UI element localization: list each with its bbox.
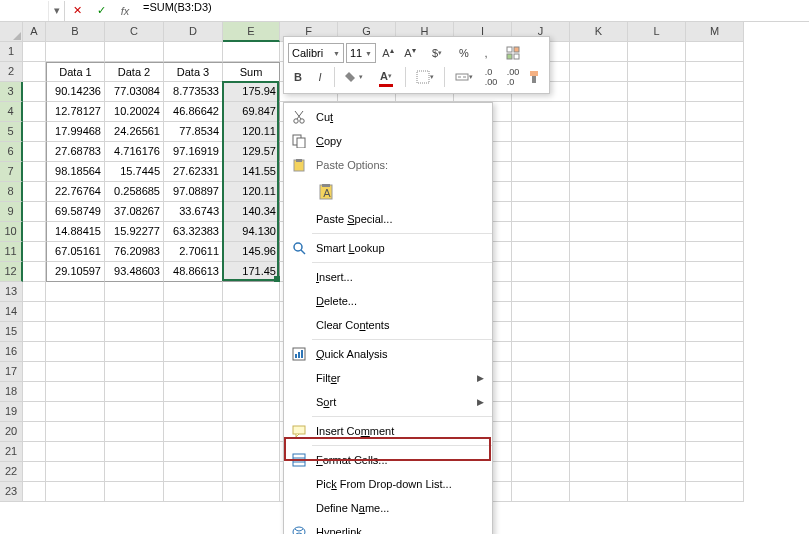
format-painter-button[interactable] <box>525 67 545 87</box>
cell-C3[interactable]: 77.03084 <box>105 82 164 102</box>
cell-D10[interactable]: 63.32383 <box>164 222 223 242</box>
font-name-dropdown[interactable]: Calibri ▼ <box>288 43 344 63</box>
menu-hyperlink[interactable]: Hyperlink... <box>284 520 492 534</box>
cell-K10[interactable] <box>570 222 628 242</box>
cell-A4[interactable] <box>23 102 46 122</box>
conditional-format-button[interactable] <box>498 43 528 63</box>
cell-K8[interactable] <box>570 182 628 202</box>
cell-B13[interactable] <box>46 282 105 302</box>
menu-clear-contents[interactable]: Clear Contents <box>284 313 492 337</box>
percent-format-button[interactable]: % <box>454 43 474 63</box>
cell-J9[interactable] <box>512 202 570 222</box>
formula-input[interactable]: =SUM(B3:D3) <box>137 1 809 21</box>
cell-K11[interactable] <box>570 242 628 262</box>
cell-D15[interactable] <box>164 322 223 342</box>
row-header-19[interactable]: 19 <box>0 402 23 422</box>
menu-copy[interactable]: Copy <box>284 129 492 153</box>
accounting-format-button[interactable]: $ ▾ <box>422 43 452 63</box>
cell-M8[interactable] <box>686 182 744 202</box>
cell-D5[interactable]: 77.8534 <box>164 122 223 142</box>
cell-K3[interactable] <box>570 82 628 102</box>
cell-J11[interactable] <box>512 242 570 262</box>
cell-M10[interactable] <box>686 222 744 242</box>
menu-define-name[interactable]: Define Name... <box>284 496 492 520</box>
row-header-10[interactable]: 10 <box>0 222 23 242</box>
cell-A11[interactable] <box>23 242 46 262</box>
cell-D11[interactable]: 2.70611 <box>164 242 223 262</box>
cell-A19[interactable] <box>23 402 46 422</box>
cell-M6[interactable] <box>686 142 744 162</box>
cell-K9[interactable] <box>570 202 628 222</box>
cell-D1[interactable] <box>164 42 223 62</box>
cell-E20[interactable] <box>223 422 280 442</box>
cell-M17[interactable] <box>686 362 744 382</box>
cell-L2[interactable] <box>628 62 686 82</box>
cell-C23[interactable] <box>105 482 164 502</box>
cell-J22[interactable] <box>512 462 570 482</box>
cell-L8[interactable] <box>628 182 686 202</box>
cell-D22[interactable] <box>164 462 223 482</box>
row-header-23[interactable]: 23 <box>0 482 23 502</box>
cell-M18[interactable] <box>686 382 744 402</box>
row-header-1[interactable]: 1 <box>0 42 23 62</box>
cell-E16[interactable] <box>223 342 280 362</box>
cell-J13[interactable] <box>512 282 570 302</box>
cell-A17[interactable] <box>23 362 46 382</box>
cell-D4[interactable]: 46.86642 <box>164 102 223 122</box>
cell-M4[interactable] <box>686 102 744 122</box>
cell-D21[interactable] <box>164 442 223 462</box>
cell-M1[interactable] <box>686 42 744 62</box>
cell-K21[interactable] <box>570 442 628 462</box>
cell-L16[interactable] <box>628 342 686 362</box>
cell-M11[interactable] <box>686 242 744 262</box>
shrink-font-button[interactable]: A▾ <box>400 43 420 63</box>
cell-C5[interactable]: 24.26561 <box>105 122 164 142</box>
merge-center-button[interactable]: ▾ <box>449 67 479 87</box>
cell-L9[interactable] <box>628 202 686 222</box>
column-header-D[interactable]: D <box>164 22 223 42</box>
cell-B12[interactable]: 29.10597 <box>46 262 105 282</box>
borders-button[interactable]: ▾ <box>410 67 440 87</box>
name-box[interactable] <box>0 1 48 21</box>
cell-L1[interactable] <box>628 42 686 62</box>
cell-M16[interactable] <box>686 342 744 362</box>
cell-E17[interactable] <box>223 362 280 382</box>
cell-J23[interactable] <box>512 482 570 502</box>
cell-B14[interactable] <box>46 302 105 322</box>
cell-E7[interactable]: 141.55 <box>223 162 280 182</box>
cell-E21[interactable] <box>223 442 280 462</box>
row-header-22[interactable]: 22 <box>0 462 23 482</box>
cancel-icon[interactable]: ✕ <box>65 1 89 21</box>
cell-C17[interactable] <box>105 362 164 382</box>
grow-font-button[interactable]: A▴ <box>378 43 398 63</box>
cell-L7[interactable] <box>628 162 686 182</box>
cell-E13[interactable] <box>223 282 280 302</box>
cell-A15[interactable] <box>23 322 46 342</box>
menu-delete[interactable]: Delete... <box>284 289 492 313</box>
cell-C22[interactable] <box>105 462 164 482</box>
cell-B9[interactable]: 69.58749 <box>46 202 105 222</box>
cell-E22[interactable] <box>223 462 280 482</box>
menu-format-cells[interactable]: Format Cells... <box>284 448 492 472</box>
row-header-2[interactable]: 2 <box>0 62 23 82</box>
cell-B5[interactable]: 17.99468 <box>46 122 105 142</box>
cell-M3[interactable] <box>686 82 744 102</box>
cell-B7[interactable]: 98.18564 <box>46 162 105 182</box>
enter-icon[interactable]: ✓ <box>89 1 113 21</box>
cell-K7[interactable] <box>570 162 628 182</box>
cell-A9[interactable] <box>23 202 46 222</box>
cell-B10[interactable]: 14.88415 <box>46 222 105 242</box>
cell-J21[interactable] <box>512 442 570 462</box>
cell-E3[interactable]: 175.94 <box>223 82 280 102</box>
font-size-dropdown[interactable]: 11 ▼ <box>346 43 376 63</box>
cell-E1[interactable] <box>223 42 280 62</box>
cell-J8[interactable] <box>512 182 570 202</box>
cell-A8[interactable] <box>23 182 46 202</box>
cell-B15[interactable] <box>46 322 105 342</box>
cell-E15[interactable] <box>223 322 280 342</box>
row-header-18[interactable]: 18 <box>0 382 23 402</box>
cell-L21[interactable] <box>628 442 686 462</box>
column-header-B[interactable]: B <box>46 22 105 42</box>
cell-A12[interactable] <box>23 262 46 282</box>
cell-B19[interactable] <box>46 402 105 422</box>
